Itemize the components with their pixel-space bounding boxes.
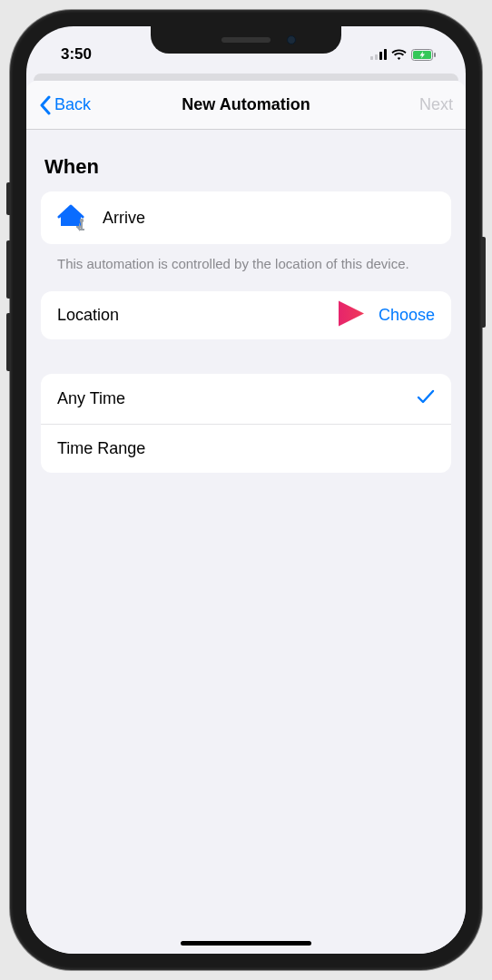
trigger-footer-text: This automation is controlled by the loc…	[41, 244, 451, 273]
svg-rect-1	[375, 54, 378, 60]
svg-rect-8	[81, 222, 83, 229]
svg-rect-6	[434, 53, 436, 57]
back-button[interactable]: Back	[39, 95, 91, 115]
back-label: Back	[54, 95, 91, 114]
home-indicator[interactable]	[181, 941, 311, 946]
page-title: New Automation	[182, 95, 310, 114]
location-label: Location	[57, 306, 119, 325]
svg-rect-0	[370, 56, 373, 60]
trigger-label: Arrive	[103, 209, 145, 228]
navigation-bar: Back New Automation Next	[26, 81, 466, 130]
choose-link[interactable]: Choose	[379, 306, 435, 325]
wifi-icon	[391, 49, 407, 60]
annotation-arrow-icon	[288, 298, 366, 333]
status-time: 3:50	[61, 45, 92, 64]
location-row[interactable]: Location Choose	[41, 291, 451, 339]
battery-charging-icon	[411, 49, 437, 61]
chevron-left-icon	[39, 95, 51, 115]
trigger-row-arrive[interactable]: Arrive	[41, 191, 451, 244]
svg-point-7	[80, 219, 84, 222]
svg-rect-9	[79, 229, 84, 230]
time-option-label: Time Range	[57, 439, 145, 458]
time-card: Any Time Time Range	[41, 374, 451, 473]
sheet-stack-indicator	[34, 74, 458, 81]
svg-rect-3	[384, 49, 387, 60]
time-option-time-range[interactable]: Time Range	[41, 425, 451, 473]
cellular-signal-icon	[370, 49, 387, 60]
time-option-label: Any Time	[57, 389, 125, 408]
side-buttons	[6, 182, 10, 386]
section-header-when: When	[44, 155, 448, 179]
power-button	[482, 237, 486, 328]
checkmark-icon	[417, 388, 435, 409]
location-card: Location Choose	[41, 291, 451, 339]
time-option-any-time[interactable]: Any Time	[41, 374, 451, 425]
trigger-card: Arrive	[41, 191, 451, 244]
svg-rect-2	[379, 52, 382, 60]
arrive-home-icon	[57, 204, 88, 231]
notch	[151, 26, 341, 54]
iphone-frame: 3:50 Back New Automation	[10, 10, 482, 970]
next-button: Next	[419, 95, 453, 114]
